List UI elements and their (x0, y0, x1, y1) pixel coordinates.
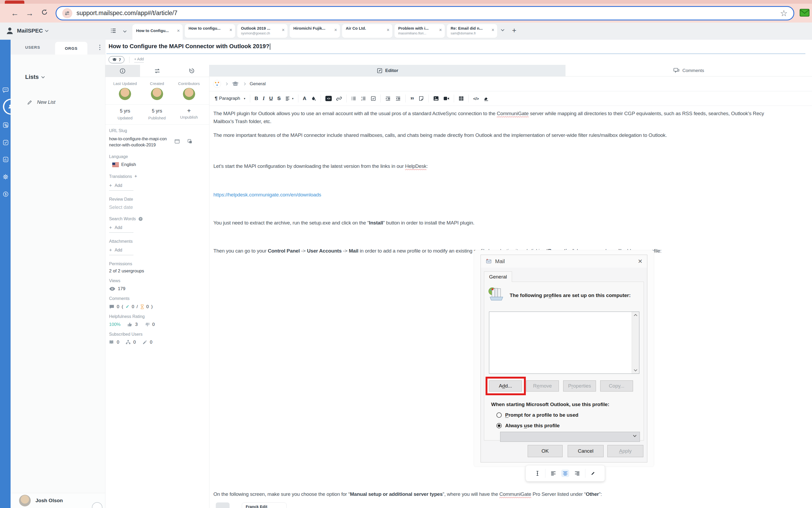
thumbs-up-icon[interactable] (127, 322, 133, 327)
paragraph[interactable]: You just need to extract the archive, ru… (213, 219, 812, 227)
close-icon[interactable]: × (282, 27, 285, 33)
code-block-button[interactable]: <> (326, 96, 332, 101)
checklist-button[interactable] (371, 96, 376, 101)
paragraph[interactable]: On the following screen, make sure you c… (213, 490, 602, 498)
insert-table-button[interactable] (459, 96, 464, 101)
audit-search-icon[interactable] (2, 122, 9, 128)
article-body[interactable]: The MAPI plugin for Outlook allows you t… (209, 110, 812, 255)
bookmark-star-icon[interactable]: ☆ (780, 8, 787, 18)
add-translation-button[interactable]: +Add (109, 183, 133, 190)
doc-tab-article[interactable]: How to configu... × (185, 24, 235, 38)
billing-icon[interactable]: $ (2, 190, 9, 198)
permissions-value[interactable]: 2 of 2 usergroups (109, 268, 144, 274)
tab-comments[interactable]: Comments (565, 65, 812, 76)
browser-active-tab[interactable] (5, 1, 25, 4)
settings-gear-icon[interactable] (2, 173, 9, 180)
avatar[interactable] (119, 88, 131, 100)
edit-image-button[interactable] (589, 470, 597, 477)
numbered-list-button[interactable]: 12 (361, 96, 366, 101)
eraser-button[interactable] (483, 96, 489, 101)
close-icon[interactable]: × (387, 27, 389, 33)
bullet-list-button[interactable] (351, 96, 356, 101)
url-text[interactable]: support.mailspec.com/app#/t/article/7 (77, 9, 177, 17)
outdent-button[interactable] (395, 96, 401, 101)
doc-tab-ticket-2[interactable]: Problem with i... massimiliano.flori... … (394, 24, 445, 38)
back-button[interactable]: ← (7, 9, 22, 18)
paragraph[interactable]: Let’s start the MAPI configuration by do… (213, 162, 812, 170)
inline-cursor-button[interactable] (534, 469, 541, 477)
tab-editor[interactable]: Editor (209, 65, 565, 76)
topic-count-badge[interactable]: 7 (109, 56, 124, 63)
close-icon[interactable]: × (229, 27, 232, 33)
paragraph[interactable]: Mailbox’s Trash folder, etc. (213, 118, 812, 125)
blockquote-button[interactable]: ” (410, 95, 414, 101)
help-question-icon[interactable]: ? (138, 217, 143, 221)
url-bar[interactable]: support.mailspec.com/app#/t/article/7 ☆ (55, 6, 794, 20)
close-icon[interactable]: × (439, 27, 442, 33)
underline-button[interactable]: U (269, 95, 273, 101)
embedded-screenshot[interactable]: Mail × General The following profiles ar… (474, 250, 654, 467)
breadcrumb-current[interactable]: General (250, 81, 265, 87)
workspace-switcher[interactable]: MailSPEC (5, 26, 48, 35)
indent-button[interactable] (385, 96, 391, 101)
clipped-button[interactable] (216, 502, 229, 508)
tab-users[interactable]: USERS (25, 45, 40, 49)
fill-color-button[interactable] (311, 96, 316, 101)
italic-button[interactable]: I (263, 95, 264, 101)
tab-orgs[interactable]: ORGS (55, 42, 87, 54)
analytics-icon[interactable] (2, 156, 9, 163)
paragraph[interactable]: The more important features of the MAPI … (213, 131, 812, 139)
add-search-word-button[interactable]: +Add (109, 225, 133, 233)
insert-video-button[interactable] (443, 96, 449, 101)
clipped-card[interactable]: Franck Edit (242, 502, 287, 508)
insert-image-button[interactable] (433, 96, 439, 101)
language-value[interactable]: English (121, 162, 136, 167)
mailspec-logo-icon[interactable] (213, 80, 221, 88)
close-icon[interactable]: × (177, 28, 180, 34)
copy-icon[interactable] (187, 138, 193, 145)
article-title-input[interactable]: How to Configure the MAPI Connector with… (109, 43, 270, 50)
knowledgebase-cap-icon[interactable] (232, 81, 239, 87)
unpublish-button[interactable]: + Unpublish (173, 108, 205, 120)
doc-tab-org[interactable]: Air Co Ltd. × (342, 24, 392, 38)
meta-tab-history[interactable] (174, 65, 209, 77)
bold-button[interactable]: B (255, 95, 258, 101)
mail-extension-icon[interactable] (800, 9, 810, 18)
lists-chevron-icon[interactable] (41, 75, 45, 78)
new-list-button[interactable]: New List (27, 99, 105, 105)
open-in-window-icon[interactable] (174, 138, 180, 145)
close-icon[interactable]: × (334, 27, 337, 33)
paragraph-style-dropdown[interactable]: ¶ Paragraph ▾ (215, 95, 246, 101)
doc-tab-article-active[interactable]: How to Configu... × (132, 24, 183, 40)
avatar[interactable] (183, 88, 195, 100)
review-date-field[interactable]: Select date (109, 205, 133, 210)
doc-tab-ticket[interactable]: Outlook 2019 ... sysmon@goeast.ch × (237, 24, 288, 38)
site-settings-icon[interactable] (62, 8, 72, 18)
link-paragraph[interactable]: https://helpdesk.communigate.com/en/down… (213, 191, 812, 199)
strikethrough-button[interactable]: S (277, 95, 281, 101)
meta-tab-relations[interactable] (140, 65, 175, 77)
font-color-button[interactable]: A (303, 95, 307, 101)
panel-menu-kebab-icon[interactable] (99, 45, 100, 50)
thumbs-down-icon[interactable] (144, 322, 150, 327)
code-inline-button[interactable]: </> (473, 96, 479, 101)
add-attachment-button[interactable]: +Add (109, 247, 133, 255)
link-button[interactable] (336, 96, 342, 101)
align-left-button[interactable] (549, 470, 557, 477)
tasks-icon[interactable] (2, 139, 9, 146)
reload-button[interactable] (37, 8, 52, 18)
doc-tab-contact[interactable]: Hiromichi Fujik... × (290, 24, 340, 38)
doc-tab-ticket-3[interactable]: Re: Email did n... sam@domaine.fr × (447, 24, 497, 38)
forward-button[interactable]: → (22, 9, 37, 18)
align-center-button[interactable] (561, 470, 569, 477)
add-topic-button[interactable]: + Add (134, 57, 144, 62)
paragraph[interactable]: The MAPI plugin for Outlook allows you t… (213, 110, 812, 118)
avatar[interactable] (151, 88, 163, 100)
user-status-button[interactable] (92, 502, 102, 508)
close-icon[interactable]: × (492, 27, 494, 33)
meta-tab-info[interactable] (105, 65, 140, 77)
tabs-overflow-chevron-icon[interactable] (501, 28, 504, 31)
align-dropdown[interactable]: ▾ (285, 96, 294, 101)
url-slug-value[interactable]: how-to-configure-the-mapi-connector-with… (109, 136, 167, 148)
note-button[interactable] (419, 96, 424, 101)
